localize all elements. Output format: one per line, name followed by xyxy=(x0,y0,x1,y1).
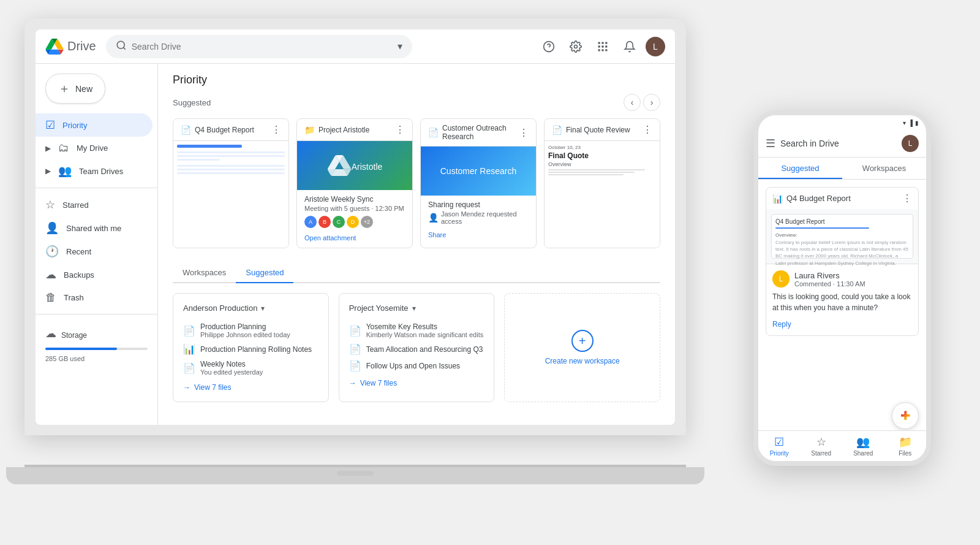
phone-tab-suggested-label: Suggested xyxy=(781,164,819,173)
sidebar-item-priority[interactable]: ☑ Priority xyxy=(36,113,153,137)
sidebar-item-trash[interactable]: 🗑 Trash xyxy=(36,286,153,309)
nav-next-button[interactable]: › xyxy=(643,94,660,111)
phone-nav-starred[interactable]: ☆ Starred xyxy=(801,431,843,461)
card-thumbnail-q4 xyxy=(173,141,288,248)
sidebar-item-my-drive[interactable]: ▶ 🗂 My Drive xyxy=(36,137,153,159)
new-button[interactable]: ＋ New xyxy=(45,74,105,104)
doc-icon-q4: 📄 xyxy=(181,125,191,135)
card-menu-q4[interactable]: ⋮ xyxy=(271,124,281,135)
sidebar-item-starred[interactable]: ☆ Starred xyxy=(36,193,153,216)
phone-nav-files-icon: 📁 xyxy=(899,435,912,449)
ws-file-name-production: Production Planning xyxy=(200,322,318,331)
file-card-customer[interactable]: 📄 Customer Outreach Research ⋮ Customer … xyxy=(420,118,537,248)
svg-line-1 xyxy=(123,47,125,49)
card-title-q4: Q4 Budget Report xyxy=(195,126,254,134)
ws-file-weekly-notes[interactable]: 📄 Weekly Notes You edited yesterday xyxy=(183,357,318,378)
view-all-yosemite[interactable]: → View 7 files xyxy=(349,379,484,387)
card-header-q4: 📄 Q4 Budget Report ⋮ xyxy=(173,119,288,141)
phone-card-title-row-q4: 📊 Q4 Budget Report xyxy=(772,194,851,204)
workspace-dropdown-anderson[interactable]: ▾ xyxy=(261,304,265,313)
doc-icon-weekly: 📄 xyxy=(183,362,195,374)
drive-logo-text: Drive xyxy=(67,39,96,53)
card-menu-quote[interactable]: ⋮ xyxy=(643,124,652,135)
notifications-button[interactable] xyxy=(619,36,641,58)
file-card-final-quote[interactable]: 📄 Final Quote Review ⋮ October 10, 23 Fi… xyxy=(544,118,660,248)
ws-file-team-allocation[interactable]: 📄 Team Allocation and Resourcing Q3 xyxy=(349,341,484,357)
quote-line-3 xyxy=(548,174,624,175)
card-title-customer: Customer Outreach Research xyxy=(442,124,519,141)
card-menu-customer[interactable]: ⋮ xyxy=(519,127,529,139)
ws-file-info-follow-ups: Follow Ups and Open Issues xyxy=(366,362,484,370)
nav-prev-button[interactable]: ‹ xyxy=(624,94,641,111)
thumb-line-6 xyxy=(177,172,285,174)
ws-file-name-team-allocation: Team Allocation and Resourcing Q3 xyxy=(366,345,484,354)
header-actions: L xyxy=(538,36,665,58)
tab-suggested[interactable]: Suggested xyxy=(236,263,293,283)
phone-file-card-q4[interactable]: 📊 Q4 Budget Report ⋮ Q4 Budget Report xyxy=(766,187,919,336)
card-menu-aristotle[interactable]: ⋮ xyxy=(395,124,405,135)
card-title-aristotle: Project Aristotle xyxy=(318,126,369,134)
ws-file-meta-production: Philippe Johnson edited today xyxy=(200,331,318,338)
create-ws-label: Create new workspace xyxy=(545,357,620,365)
search-input[interactable] xyxy=(132,42,393,51)
drive-search-bar[interactable]: ▾ xyxy=(106,35,412,58)
phone-avatar[interactable]: L xyxy=(902,135,919,152)
share-button[interactable]: Share xyxy=(428,231,446,238)
suggested-cards: 📄 Q4 Budget Report ⋮ xyxy=(173,118,660,248)
help-button[interactable] xyxy=(538,36,560,58)
ws-file-follow-ups[interactable]: 📄 Follow Ups and Open Issues xyxy=(349,357,484,374)
phone-nav-files[interactable]: 📁 Files xyxy=(884,431,927,461)
sidebar-item-backups[interactable]: ☁ Backups xyxy=(36,263,153,286)
storage-bar-background xyxy=(45,348,148,350)
phone-tab-suggested[interactable]: Suggested xyxy=(758,158,842,179)
pdf-icon-key-results: 📄 xyxy=(349,325,361,337)
trash-icon: 🗑 xyxy=(45,291,56,304)
apps-button[interactable] xyxy=(592,36,614,58)
phone-fab[interactable]: ✚ xyxy=(892,402,919,429)
ws-file-info-production: Production Planning Philippe Johnson edi… xyxy=(200,322,318,338)
customer-research-label: Customer Research xyxy=(440,166,517,176)
card-header-quote: 📄 Final Quote Review ⋮ xyxy=(545,119,660,141)
sidebar-item-recent[interactable]: 🕐 Recent xyxy=(36,240,153,263)
sidebar-item-team-drives[interactable]: ▶ 👥 Team Drives xyxy=(36,159,153,183)
workspace-dropdown-yosemite[interactable]: ▾ xyxy=(412,304,416,313)
phone-search-bar: ☰ Search in Drive L xyxy=(758,130,926,158)
card-title-row-customer: 📄 Customer Outreach Research xyxy=(428,124,519,141)
phone-search-text[interactable]: Search in Drive xyxy=(780,139,897,148)
expand-arrow-icon: ▶ xyxy=(45,144,51,153)
sidebar-item-shared[interactable]: 👤 Shared with me xyxy=(36,216,153,240)
user-avatar[interactable]: L xyxy=(646,37,665,56)
star-icon: ☆ xyxy=(45,198,55,212)
phone-card-header-q4: 📊 Q4 Budget Report ⋮ xyxy=(766,188,918,209)
open-attachment-button[interactable]: Open attachment xyxy=(304,234,356,242)
ws-file-info-rolling: Production Planning Rolling Notes xyxy=(200,345,318,354)
phone-reply-button[interactable]: Reply xyxy=(772,320,791,329)
phone-user-time: Commented · 11:30 AM xyxy=(794,280,865,288)
thumb-line-5 xyxy=(177,169,285,170)
ws-file-key-results[interactable]: 📄 Yosemite Key Results Kimberly Watson m… xyxy=(349,320,484,341)
phone-nav-priority[interactable]: ☑ Priority xyxy=(758,431,801,461)
create-workspace-card[interactable]: + Create new workspace xyxy=(504,293,660,402)
ws-file-rolling-notes[interactable]: 📊 Production Planning Rolling Notes xyxy=(183,341,318,357)
phone-card-menu-q4[interactable]: ⋮ xyxy=(902,192,912,204)
card-header-customer: 📄 Customer Outreach Research ⋮ xyxy=(421,119,536,147)
ws-file-meta-weekly: You edited yesterday xyxy=(200,368,318,376)
phone-thumb-overview: Overview: xyxy=(775,232,909,238)
settings-button[interactable] xyxy=(565,36,587,58)
svg-rect-8 xyxy=(598,45,600,47)
phone-tab-workspaces[interactable]: Workspaces xyxy=(842,158,926,179)
phone-menu-icon[interactable]: ☰ xyxy=(766,137,775,150)
phone-status-bar: ▾ ▐ ▮ xyxy=(758,115,926,130)
phone-nav-shared[interactable]: 👥 Shared xyxy=(842,431,884,461)
slide-icon-rolling: 📊 xyxy=(183,343,195,355)
ws-file-production-planning[interactable]: 📄 Production Planning Philippe Johnson e… xyxy=(183,320,318,341)
tab-workspaces[interactable]: Workspaces xyxy=(173,263,236,283)
file-card-aristotle[interactable]: 📁 Project Aristotle ⋮ xyxy=(296,118,413,248)
drive-logo-icon xyxy=(45,39,64,55)
ws-file-name-follow-ups: Follow Ups and Open Issues xyxy=(366,362,484,370)
sidebar-divider-2 xyxy=(36,314,157,314)
person-icon: 👤 xyxy=(428,213,439,223)
view-all-anderson[interactable]: → View 7 files xyxy=(183,383,318,392)
file-card-q4-budget[interactable]: 📄 Q4 Budget Report ⋮ xyxy=(173,118,289,248)
svg-rect-9 xyxy=(601,45,603,47)
